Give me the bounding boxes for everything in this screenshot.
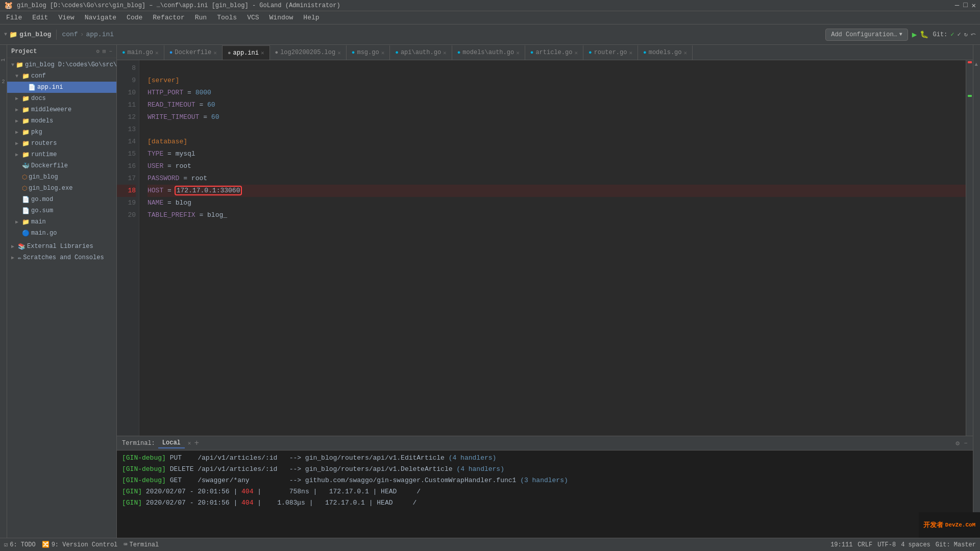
tab-close-article[interactable]: ✕	[574, 49, 578, 56]
tree-item-middleware[interactable]: ▶ 📁 middleweere	[7, 104, 116, 115]
tab-appini[interactable]: ● app.ini ✕	[223, 45, 270, 60]
tab-close-dockerfile[interactable]: ✕	[213, 49, 217, 56]
code-editor[interactable]: 8 9 10 11 12 13 14 15 16 17 18 19 20 [se…	[117, 60, 973, 436]
debug-button[interactable]: 🐛	[920, 30, 928, 39]
git-checkmark-gray: ✓	[958, 31, 961, 38]
terminal-minimize-icon[interactable]: –	[964, 439, 968, 447]
tree-item-gomod[interactable]: ▶ 📄 go.mod	[7, 194, 116, 205]
tree-item-dockerfile[interactable]: ▶ 🐳 Dockerfile	[7, 160, 116, 171]
status-position[interactable]: 19:111	[830, 541, 852, 548]
status-indent[interactable]: 4 spaces	[901, 541, 930, 548]
tree-item-ginblog[interactable]: ▶ ⬡ gin_blog	[7, 171, 116, 183]
menu-view[interactable]: View	[54, 13, 78, 22]
folder-icon: 📁	[22, 72, 30, 80]
tree-item-runtime[interactable]: ▶ 📁 runtime	[7, 149, 116, 160]
tree-item-external-libs[interactable]: ▶ 📚 External Libraries	[7, 241, 116, 252]
tree-label-gomod: go.mod	[31, 196, 53, 203]
right-panel-icon[interactable]: ◀	[974, 63, 980, 66]
maximize-btn[interactable]: □	[963, 1, 967, 10]
tab-close-terminal[interactable]: ✕	[188, 440, 191, 446]
tree-item-docs[interactable]: ▶ 📁 docs	[7, 93, 116, 104]
terminal-settings-icon[interactable]: ⚙	[955, 439, 960, 447]
add-configuration-button[interactable]: Add Configuration… ▼	[825, 29, 908, 41]
tab-maingo[interactable]: ● main.go ✕	[117, 45, 164, 60]
tab-close-appini[interactable]: ✕	[261, 49, 264, 56]
side-icon-2[interactable]: 2	[2, 79, 5, 85]
tab-close-routergo[interactable]: ✕	[629, 49, 632, 56]
tree-item-maingo[interactable]: ▶ 🔵 main.go	[7, 228, 116, 239]
tab-log[interactable]: ● log20200205.log ✕	[270, 45, 347, 60]
add-terminal-btn[interactable]: +	[194, 439, 199, 448]
menu-window[interactable]: Window	[265, 13, 298, 22]
go-tab-icon3: ●	[395, 49, 399, 56]
tab-routergo[interactable]: ● router.go ✕	[583, 45, 638, 60]
git-checkmark-green: ✓	[950, 31, 954, 38]
minimize-icon[interactable]: –	[109, 48, 112, 55]
tree-item-scratches[interactable]: ▶ ✏️ Scratches and Consoles	[7, 252, 116, 263]
docker-tab-icon: ●	[169, 49, 173, 56]
project-dropdown-icon[interactable]: ▼	[4, 32, 7, 37]
go-tab-icon2: ●	[352, 49, 355, 56]
tab-apiauth[interactable]: ● api\auth.go ✕	[390, 45, 452, 60]
tab-close-modelsgo[interactable]: ✕	[684, 49, 688, 56]
tree-item-conf[interactable]: ▼ 📁 conf	[7, 70, 116, 82]
breadcrumb: conf › app.ini	[62, 31, 114, 38]
gosum-icon: 📄	[22, 207, 30, 215]
tree-item-root[interactable]: ▼ 📁 gin_blog D:\codes\Go\src\gi	[7, 59, 116, 70]
status-git-branch[interactable]: Git: Master	[936, 541, 976, 548]
tab-modelsauth[interactable]: ● models\auth.go ✕	[452, 45, 525, 60]
tab-close-msggo[interactable]: ✕	[381, 49, 385, 56]
title-bar: 🐹 gin_blog [D:\codes\Go\src\gin_blog] – …	[0, 0, 980, 11]
project-name[interactable]: gin_blog	[19, 31, 51, 38]
menu-help[interactable]: Help	[299, 13, 323, 22]
terminal-header: Terminal: Local ✕ + ⚙ –	[117, 436, 973, 450]
tree-label-root: gin_blog D:\codes\Go\src\gi	[25, 61, 116, 68]
run-button[interactable]: ▶	[912, 30, 917, 40]
status-encoding[interactable]: UTF-8	[877, 541, 896, 548]
close-btn[interactable]: ✕	[972, 1, 976, 10]
vcs-label: 9: Version Control	[52, 541, 118, 548]
breadcrumb-conf[interactable]: conf	[62, 31, 78, 38]
terminal-status-item[interactable]: ⌨ Terminal	[124, 541, 159, 548]
menu-file[interactable]: File	[2, 13, 26, 22]
tab-close-apiauth[interactable]: ✕	[443, 49, 447, 56]
tab-dockerfile[interactable]: ● Dockerfile ✕	[164, 45, 223, 60]
tree-item-routers[interactable]: ▶ 📁 routers	[7, 138, 116, 149]
term-line-2: [GIN-debug] DELETE /api/v1/articles/:id …	[122, 465, 504, 473]
tree-item-gosum[interactable]: ▶ 📄 go.sum	[7, 205, 116, 216]
tab-label-maingo: main.go	[128, 49, 153, 56]
git-refresh[interactable]: ↻	[964, 31, 968, 38]
menu-run[interactable]: Run	[191, 13, 211, 22]
tab-close-modelsauth[interactable]: ✕	[516, 49, 520, 56]
term-line-5: [GIN] 2020/02/07 - 20:01:56 | 404 | 1.08…	[122, 499, 416, 507]
tab-close-log[interactable]: ✕	[337, 49, 341, 56]
status-crlf[interactable]: CRLF	[857, 541, 872, 548]
side-icon-1[interactable]: 1	[1, 58, 6, 61]
tab-msggo[interactable]: ● msg.go ✕	[347, 45, 390, 60]
menu-vcs[interactable]: VCS	[243, 13, 263, 22]
tree-item-models[interactable]: ▶ 📁 models	[7, 115, 116, 127]
tree-item-appini[interactable]: ▶ 📄 app.ini	[7, 82, 116, 93]
menu-edit[interactable]: Edit	[28, 13, 52, 22]
settings-icon[interactable]: ⚙	[96, 48, 100, 55]
tree-item-pkg[interactable]: ▶ 📁 pkg	[7, 127, 116, 138]
minimize-btn[interactable]: —	[955, 1, 959, 10]
layout-icon[interactable]: ⊞	[103, 48, 106, 55]
menu-navigate[interactable]: Navigate	[81, 13, 120, 22]
tab-modelsgo[interactable]: ● models.go ✕	[638, 45, 693, 60]
tab-terminal-local[interactable]: Local	[158, 438, 185, 448]
git-undo[interactable]: ⤺	[971, 31, 976, 38]
chevron-right-icon: ▶	[11, 255, 16, 261]
vcs-item[interactable]: 🔀 9: Version Control	[42, 541, 118, 548]
menu-code[interactable]: Code	[122, 13, 146, 22]
menu-tools[interactable]: Tools	[213, 13, 241, 22]
breadcrumb-appini[interactable]: app.ini	[86, 31, 114, 38]
todo-item[interactable]: ☑ 6: TODO	[4, 541, 36, 548]
ini-icon: 📄	[28, 84, 36, 91]
menu-refactor[interactable]: Refactor	[149, 13, 188, 22]
tree-item-ginblogexe[interactable]: ▶ ⬡ gin_blog.exe	[7, 183, 116, 194]
tab-close-maingo[interactable]: ✕	[155, 49, 159, 56]
tree-item-main-folder[interactable]: ▶ 📁 main	[7, 216, 116, 228]
code-content[interactable]: [server]HTTP_PORT = 8000READ_TIMEOUT = 6…	[139, 60, 966, 436]
tab-article[interactable]: ● article.go ✕	[525, 45, 583, 60]
